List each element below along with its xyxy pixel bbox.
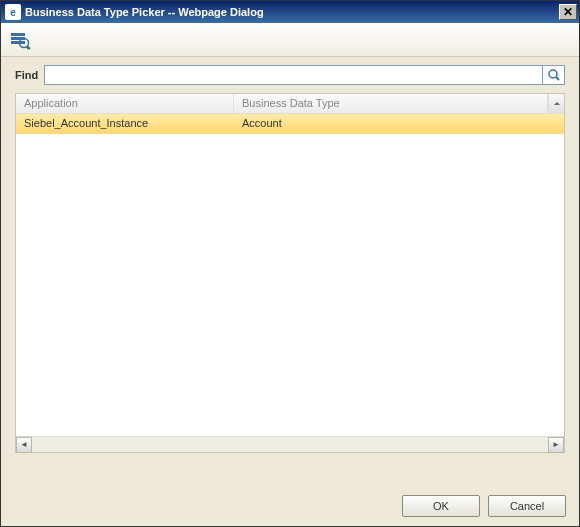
search-icon — [547, 68, 561, 82]
titlebar-text: Business Data Type Picker -- Webpage Dia… — [25, 6, 559, 18]
svg-line-6 — [556, 77, 559, 80]
svg-rect-2 — [11, 41, 25, 44]
find-bar: Find — [15, 65, 565, 85]
svg-point-5 — [549, 70, 557, 78]
results-list: Application Business Data Type Siebel_Ac… — [15, 93, 565, 453]
chevron-up-icon — [553, 100, 561, 108]
browse-button[interactable] — [7, 27, 35, 53]
find-button[interactable] — [543, 65, 565, 85]
cell-bdt: Account — [234, 114, 564, 134]
svg-rect-0 — [11, 33, 25, 36]
find-input[interactable] — [44, 65, 543, 85]
list-header: Application Business Data Type — [16, 94, 564, 114]
chevron-left-icon: ◄ — [20, 440, 28, 449]
column-header-application[interactable]: Application — [16, 94, 234, 113]
close-button[interactable]: ✕ — [559, 4, 577, 20]
table-row[interactable]: Siebel_Account_Instance Account — [16, 114, 564, 134]
dialog-buttons: OK Cancel — [402, 495, 566, 517]
cancel-button[interactable]: Cancel — [488, 495, 566, 517]
app-icon: e — [5, 4, 21, 20]
find-label: Find — [15, 69, 38, 81]
horizontal-scrollbar: ◄ ► — [16, 436, 564, 452]
close-icon: ✕ — [563, 5, 573, 19]
scroll-up-button[interactable] — [548, 94, 564, 113]
list-body[interactable]: Siebel_Account_Instance Account — [16, 114, 564, 436]
cell-application: Siebel_Account_Instance — [16, 114, 234, 134]
scroll-right-button[interactable]: ► — [548, 437, 564, 453]
chevron-right-icon: ► — [552, 440, 560, 449]
toolbar — [1, 23, 579, 57]
ok-button[interactable]: OK — [402, 495, 480, 517]
titlebar: e Business Data Type Picker -- Webpage D… — [1, 1, 579, 23]
column-header-bdt[interactable]: Business Data Type — [234, 94, 548, 113]
browse-icon — [10, 30, 32, 50]
scroll-left-button[interactable]: ◄ — [16, 437, 32, 453]
